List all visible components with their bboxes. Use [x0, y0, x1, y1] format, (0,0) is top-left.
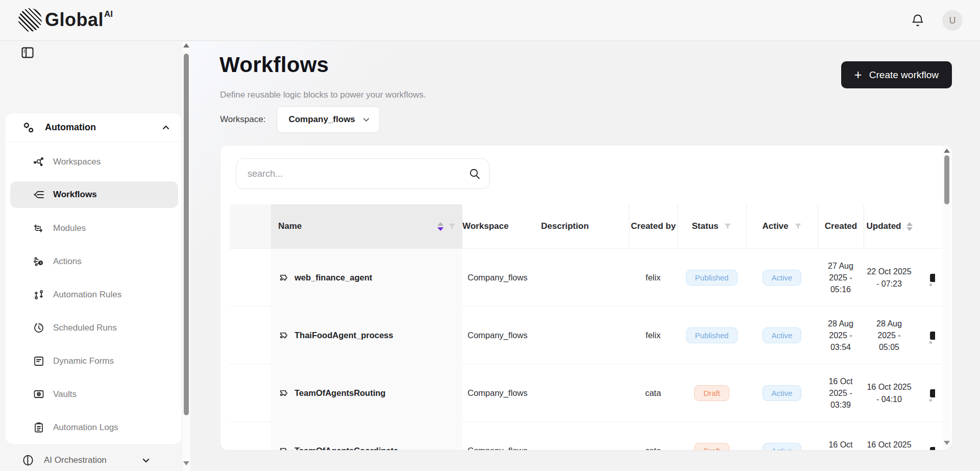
plus-icon: +	[854, 68, 862, 81]
table-row[interactable]: web_finance_agent Company_flows felix Pu…	[230, 248, 942, 306]
table-row[interactable]: TeamOfAgentsCoordinate Company_flows cat…	[230, 421, 942, 450]
scheduled-runs-icon	[33, 322, 45, 334]
table-header-workspace[interactable]: Workspace	[462, 204, 541, 248]
sidebar-item-label: Automation	[45, 122, 96, 133]
filter-active-icon[interactable]	[794, 222, 802, 231]
sidebar-item-scheduled-runs[interactable]: Scheduled Runs	[6, 311, 181, 344]
status-badge: Draft	[694, 385, 729, 401]
status-badge: Published	[686, 327, 738, 343]
notifications-bell-icon[interactable]	[911, 13, 925, 28]
sidebar-item-automation[interactable]: Automation	[6, 113, 181, 142]
scrollbar-thumb[interactable]	[184, 54, 189, 415]
sidebar-item-label: Modules	[53, 223, 86, 233]
top-bar: Global AI U	[0, 0, 980, 41]
sidebar-item-label: Actions	[53, 256, 82, 267]
workflow-puzzle-icon	[278, 272, 289, 283]
status-badge: Draft	[694, 443, 729, 450]
sidebar-item-label: Automation Rules	[53, 290, 121, 300]
workflow-puzzle-icon	[278, 330, 289, 341]
active-badge: Active	[763, 327, 802, 343]
sidebar-item-modules[interactable]: Modules	[6, 211, 181, 245]
chevron-down-icon	[362, 116, 370, 124]
row-actions-clipped-icon[interactable]	[930, 332, 935, 340]
brand-logo[interactable]: Global AI	[18, 8, 113, 32]
modules-icon	[33, 222, 45, 234]
table-header-updated[interactable]: Updated	[864, 204, 915, 248]
table-header-actions	[915, 204, 942, 248]
sidebar-item-ai-orchestration[interactable]: AI Orchestration	[21, 450, 175, 471]
chevron-down-icon	[142, 456, 150, 464]
table-row[interactable]: ThaiFoodAgent_process Company_flows feli…	[230, 306, 942, 364]
row-actions-clipped-icon[interactable]	[930, 274, 935, 282]
scroll-up-arrow[interactable]	[944, 149, 950, 153]
workspace-select[interactable]: Company_flows	[277, 106, 379, 133]
sidebar: Insights Automation	[0, 41, 190, 471]
search-input[interactable]	[236, 158, 489, 189]
sidebar-item-automation-rules[interactable]: Automation Rules	[6, 278, 181, 311]
dynamic-forms-icon	[33, 355, 45, 367]
avatar-initial: U	[949, 15, 956, 26]
automation-icon	[21, 121, 36, 135]
sidebar-toggle-icon[interactable]	[20, 45, 35, 60]
workflow-name-cell[interactable]: ThaiFoodAgent_process	[271, 307, 462, 364]
brand-name: Global	[45, 8, 104, 32]
sidebar-item-actions[interactable]: Actions	[6, 245, 181, 278]
sidebar-item-dynamic-forms[interactable]: Dynamic Forms	[6, 344, 181, 378]
sort-name-icon[interactable]	[437, 222, 444, 231]
page-title: Workflows	[219, 53, 329, 77]
main-content: Workflows Define reusable logic blocks t…	[190, 41, 980, 471]
row-actions-clipped-icon[interactable]	[930, 389, 935, 397]
sidebar-item-label: Dynamic Forms	[53, 356, 114, 366]
table-header-lead	[230, 204, 271, 248]
scrollbar-thumb[interactable]	[944, 155, 949, 204]
table-row[interactable]: TeamOfAgentsRouting Company_flows cata D…	[230, 364, 942, 421]
workflows-table-card: Name Workspace Description Created by St…	[220, 146, 952, 450]
workflows-icon	[33, 189, 45, 201]
automation-logs-icon	[33, 421, 45, 434]
page-subtitle: Define reusable logic blocks to power yo…	[220, 90, 426, 100]
sort-updated-icon[interactable]	[906, 222, 913, 231]
workflow-name-cell[interactable]: web_finance_agent	[271, 249, 462, 307]
filter-status-icon[interactable]	[723, 222, 732, 231]
table-header-description[interactable]: Description	[541, 204, 629, 248]
sidebar-item-vaults[interactable]: Vaults	[6, 378, 181, 411]
table-scrollbar[interactable]	[943, 146, 951, 450]
brand-logo-icon	[18, 8, 42, 32]
scroll-down-arrow[interactable]	[183, 461, 189, 465]
search-icon[interactable]	[468, 167, 481, 180]
active-badge: Active	[763, 443, 802, 450]
row-actions-clipped-icon[interactable]	[930, 447, 935, 451]
actions-icon	[33, 255, 45, 268]
table-body: web_finance_agent Company_flows felix Pu…	[230, 248, 942, 450]
workflow-puzzle-icon	[278, 445, 289, 450]
workspace-label: Workspace:	[220, 114, 265, 125]
user-avatar[interactable]: U	[942, 10, 963, 31]
chevron-up-icon	[162, 124, 170, 132]
sidebar-item-label: Automation Logs	[53, 422, 118, 433]
status-badge: Published	[686, 270, 738, 286]
table-header-status[interactable]: Status	[677, 204, 746, 248]
sidebar-item-workspaces[interactable]: Workspaces	[6, 145, 181, 178]
sidebar-item-label: Scheduled Runs	[53, 323, 117, 333]
create-workflow-button[interactable]: + Create workflow	[841, 61, 952, 88]
automation-rules-icon	[33, 289, 45, 301]
table-header-active[interactable]: Active	[746, 204, 818, 248]
sidebar-item-workflows[interactable]: Workflows	[10, 181, 178, 208]
table-header-name[interactable]: Name	[271, 204, 462, 248]
table-header-created[interactable]: Created	[818, 204, 864, 248]
filter-name-icon[interactable]	[448, 222, 456, 231]
sidebar-scrollbar[interactable]	[183, 41, 190, 471]
scroll-up-arrow[interactable]	[183, 43, 189, 48]
workflow-name-cell[interactable]: TeamOfAgentsRouting	[271, 364, 462, 422]
active-badge: Active	[763, 270, 802, 286]
workflow-name-cell[interactable]: TeamOfAgentsCoordinate	[271, 422, 462, 450]
sidebar-item-automation-logs[interactable]: Automation Logs	[6, 411, 181, 444]
sidebar-item-label: Workflows	[53, 190, 97, 200]
sidebar-item-label: AI Orchestration	[44, 455, 107, 465]
automation-section: Automation Workspaces	[6, 113, 181, 444]
brand-suffix: AI	[104, 9, 113, 19]
table-header-created-by[interactable]: Created by	[629, 204, 677, 248]
workspaces-icon	[33, 156, 45, 168]
create-workflow-label: Create workflow	[869, 69, 939, 81]
scroll-down-arrow[interactable]	[944, 441, 950, 445]
